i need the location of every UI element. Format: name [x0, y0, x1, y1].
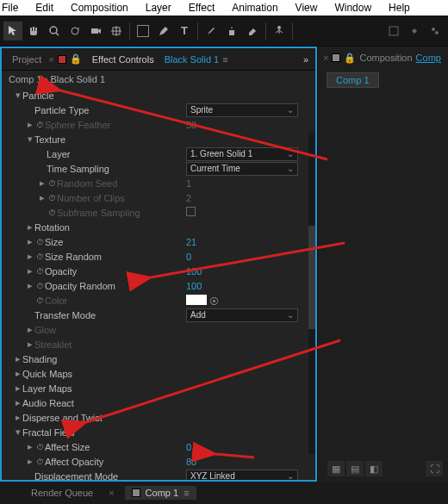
prop-glow[interactable]: Glow — [34, 325, 56, 335]
lock-icon[interactable]: 🔒 — [70, 53, 82, 65]
toolbar-opt-2[interactable] — [405, 22, 424, 40]
twirl-icon[interactable]: ▸ — [14, 368, 22, 379]
twirl-icon[interactable]: ▸ — [38, 177, 47, 189]
comp-tab[interactable]: Comp 1 — [327, 72, 379, 88]
opacity-random-value[interactable]: 100 — [186, 281, 315, 291]
viewer-btn-3[interactable]: ◧ — [365, 461, 383, 476]
stopwatch-icon[interactable]: ⏱ — [47, 208, 57, 217]
size-value[interactable]: 21 — [186, 237, 315, 247]
composition-name[interactable]: Comp — [416, 53, 441, 63]
menu-window[interactable]: Window — [326, 2, 380, 14]
prop-fractal-field[interactable]: Fractal Field — [22, 427, 75, 438]
prop-audio-react[interactable]: Audio React — [22, 398, 74, 408]
stopwatch-icon[interactable]: ⏱ — [34, 121, 45, 129]
menu-view[interactable]: View — [287, 2, 327, 14]
scrollbar-thumb[interactable] — [308, 226, 315, 329]
comp-panel-close[interactable]: × — [323, 53, 328, 63]
particle-type-select[interactable]: Sprite — [186, 103, 298, 117]
menu-effect[interactable]: Effect — [180, 2, 223, 14]
twirl-icon[interactable]: ▾ — [14, 426, 22, 438]
prop-quick-maps[interactable]: Quick Maps — [22, 369, 72, 379]
type-tool[interactable]: T — [175, 22, 194, 40]
twirl-icon[interactable]: ▸ — [14, 383, 22, 394]
menu-file[interactable]: File — [0, 2, 27, 14]
twirl-icon[interactable]: ▸ — [14, 412, 22, 423]
tab-menu-icon[interactable]: ≡ — [184, 488, 189, 498]
twirl-icon[interactable]: ▸ — [26, 221, 34, 233]
project-tab[interactable]: Project — [5, 54, 48, 65]
stopwatch-icon[interactable]: ⏱ — [34, 296, 45, 305]
prop-particle[interactable]: Particle — [22, 90, 54, 101]
effect-controls-tab[interactable]: Effect Controls — [85, 54, 161, 65]
prop-shading[interactable]: Shading — [22, 354, 57, 364]
displacement-select[interactable]: XYZ Linked — [186, 470, 298, 481]
menu-edit[interactable]: Edit — [27, 2, 62, 14]
prop-streaklet[interactable]: Streaklet — [34, 339, 72, 350]
render-queue-close[interactable]: × — [109, 488, 114, 498]
eyedropper-icon[interactable]: ⦿ — [209, 296, 219, 307]
stopwatch-icon[interactable]: ⏱ — [47, 179, 57, 188]
comp1-tab[interactable]: Comp 1 ≡ — [125, 486, 196, 500]
twirl-icon[interactable]: ▸ — [26, 251, 34, 262]
transfer-mode-select[interactable]: Add — [186, 308, 298, 322]
time-sampling-select[interactable]: Current Time — [186, 162, 298, 176]
menu-animation[interactable]: Animation — [223, 2, 286, 14]
menu-composition[interactable]: Composition — [62, 2, 137, 14]
stopwatch-icon[interactable]: ⏱ — [47, 194, 57, 202]
random-seed-value[interactable]: 1 — [186, 178, 315, 189]
prop-disperse[interactable]: Disperse and Twist — [22, 413, 103, 423]
orbit-tool[interactable] — [65, 22, 84, 40]
twirl-icon[interactable]: ▾ — [26, 134, 34, 145]
affect-opacity-value[interactable]: 80 — [186, 457, 315, 467]
twirl-icon[interactable]: ▸ — [14, 397, 22, 408]
brush-tool[interactable] — [202, 22, 221, 40]
stopwatch-icon[interactable]: ⏱ — [34, 238, 45, 246]
hand-tool[interactable] — [24, 22, 43, 40]
panel-menu-icon[interactable]: ≡ — [222, 54, 227, 65]
subframe-checkbox[interactable] — [186, 207, 196, 216]
color-swatch[interactable] — [186, 295, 207, 305]
pan-behind-tool[interactable] — [107, 22, 126, 40]
render-queue-tab[interactable]: Render Queue — [26, 488, 98, 498]
stopwatch-icon[interactable]: ⏱ — [34, 282, 45, 290]
twirl-icon[interactable]: ▸ — [26, 280, 34, 291]
twirl-icon[interactable]: ▸ — [26, 339, 34, 350]
twirl-icon[interactable]: ▸ — [26, 236, 34, 247]
prop-layer-maps[interactable]: Layer Maps — [22, 383, 72, 394]
toolbar-opt-1[interactable] — [384, 22, 403, 40]
size-random-value[interactable]: 0 — [186, 252, 315, 262]
composition-tab-label[interactable]: Composition — [359, 53, 412, 63]
rectangle-tool[interactable] — [134, 22, 152, 40]
twirl-icon[interactable]: ▾ — [14, 90, 22, 101]
stopwatch-icon[interactable]: ⏱ — [34, 267, 45, 276]
twirl-icon[interactable]: ▸ — [26, 456, 34, 467]
clone-tool[interactable] — [222, 22, 241, 40]
prop-rotation[interactable]: Rotation — [34, 222, 70, 233]
eraser-tool[interactable] — [243, 22, 262, 40]
viewer-btn-1[interactable]: ▦ — [327, 461, 345, 476]
opacity-value[interactable]: 100 — [186, 266, 315, 277]
menu-help[interactable]: Help — [380, 2, 419, 14]
stopwatch-icon[interactable]: ⏱ — [34, 252, 45, 261]
stopwatch-icon[interactable]: ⏱ — [34, 457, 45, 466]
zoom-tool[interactable] — [45, 22, 64, 40]
num-clips-value[interactable]: 2 — [186, 193, 315, 203]
pen-tool[interactable] — [154, 22, 173, 40]
twirl-icon[interactable]: ▸ — [26, 119, 34, 130]
twirl-icon[interactable]: ▸ — [26, 265, 34, 277]
panel-overflow-icon[interactable]: » — [303, 54, 308, 65]
viewer-btn-camera[interactable]: ⛶ — [426, 461, 443, 476]
twirl-icon[interactable]: ▸ — [38, 192, 47, 203]
sphere-feather-value[interactable]: 50 — [186, 120, 315, 130]
affect-size-value[interactable]: 0 — [186, 442, 315, 452]
twirl-icon[interactable]: ▸ — [26, 441, 34, 452]
menu-layer[interactable]: Layer — [137, 2, 180, 14]
project-tab-close[interactable]: × — [48, 54, 53, 65]
stopwatch-icon[interactable]: ⏱ — [34, 443, 45, 451]
toolbar-opt-3[interactable] — [426, 22, 445, 40]
viewer-btn-2[interactable]: ▤ — [346, 461, 364, 476]
twirl-icon[interactable]: ▸ — [14, 353, 22, 364]
selection-tool[interactable] — [3, 22, 22, 40]
puppet-tool[interactable] — [270, 22, 289, 40]
twirl-icon[interactable]: ▸ — [26, 324, 34, 335]
